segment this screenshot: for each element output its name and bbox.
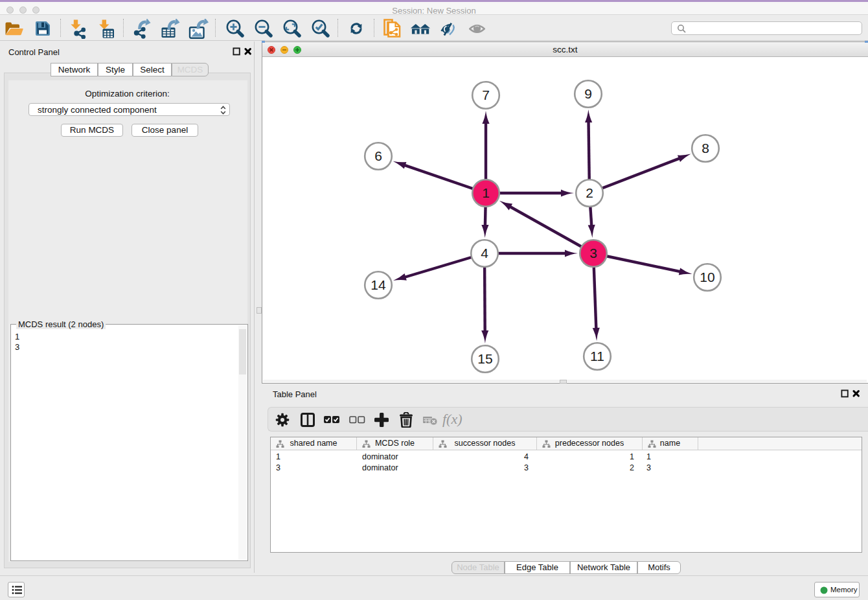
svg-text:6: 6	[374, 148, 382, 163]
svg-text:14: 14	[371, 277, 386, 292]
svg-text:4: 4	[481, 246, 488, 260]
svg-text:3: 3	[589, 246, 597, 260]
svg-text:15: 15	[477, 351, 492, 366]
svg-text:1: 1	[482, 185, 490, 200]
svg-text:8: 8	[702, 141, 709, 156]
svg-text:9: 9	[584, 86, 592, 101]
svg-text:10: 10	[700, 270, 714, 284]
svg-text:7: 7	[482, 87, 490, 102]
svg-text:2: 2	[586, 185, 593, 200]
svg-text:11: 11	[590, 349, 604, 363]
